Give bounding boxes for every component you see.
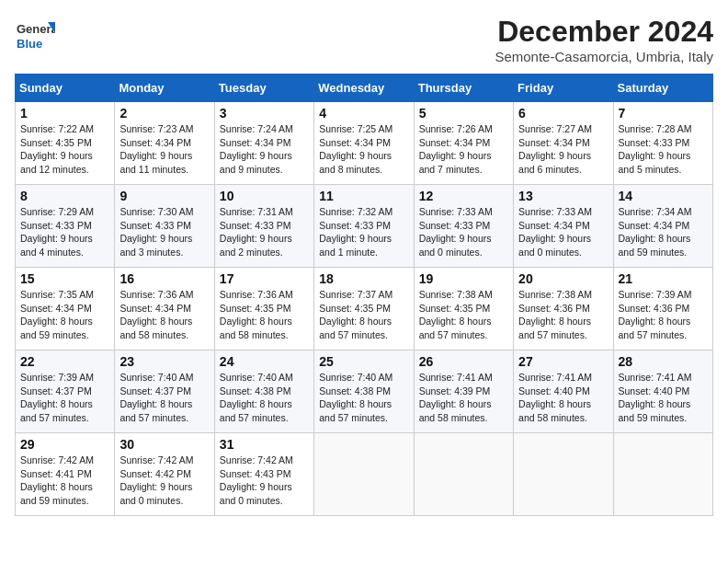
sunset-info: Sunset: 4:41 PM bbox=[20, 468, 92, 479]
sunrise-info: Sunrise: 7:38 AM bbox=[419, 289, 493, 300]
daylight-info: Daylight: 9 hours and 11 minutes. bbox=[119, 150, 192, 175]
sunrise-info: Sunrise: 7:38 AM bbox=[518, 289, 592, 300]
daylight-info: Daylight: 9 hours and 2 minutes. bbox=[220, 233, 292, 258]
daylight-info: Daylight: 8 hours and 58 minutes. bbox=[119, 316, 192, 340]
daylight-info: Daylight: 8 hours and 57 minutes. bbox=[419, 316, 492, 340]
day-number: 30 bbox=[119, 437, 209, 452]
sunrise-info: Sunrise: 7:36 AM bbox=[119, 289, 193, 300]
day-cell: 19 Sunrise: 7:38 AM Sunset: 4:35 PM Dayl… bbox=[414, 268, 513, 350]
col-header-sunday: Sunday bbox=[16, 75, 115, 102]
sunset-info: Sunset: 4:40 PM bbox=[619, 385, 690, 396]
day-number: 22 bbox=[20, 354, 109, 369]
sunrise-info: Sunrise: 7:42 AM bbox=[119, 454, 193, 465]
sunrise-info: Sunrise: 7:41 AM bbox=[619, 372, 692, 383]
week-row-4: 22 Sunrise: 7:39 AM Sunset: 4:37 PM Dayl… bbox=[16, 350, 713, 433]
day-number: 2 bbox=[119, 106, 209, 121]
title-area: December 2024 Semonte-Casamorcia, Umbria… bbox=[495, 15, 713, 64]
day-number: 9 bbox=[119, 189, 209, 203]
sunset-info: Sunset: 4:34 PM bbox=[319, 137, 391, 148]
sunset-info: Sunset: 4:35 PM bbox=[220, 303, 291, 314]
day-number: 20 bbox=[518, 271, 608, 286]
sunset-info: Sunset: 4:35 PM bbox=[419, 303, 491, 314]
sunset-info: Sunset: 4:40 PM bbox=[518, 385, 590, 396]
day-cell: 22 Sunrise: 7:39 AM Sunset: 4:37 PM Dayl… bbox=[16, 350, 115, 433]
sunrise-info: Sunrise: 7:25 AM bbox=[319, 123, 392, 134]
day-number: 23 bbox=[119, 354, 209, 369]
col-header-wednesday: Wednesday bbox=[314, 75, 414, 102]
day-cell: 3 Sunrise: 7:24 AM Sunset: 4:34 PM Dayli… bbox=[214, 102, 313, 185]
day-cell: 31 Sunrise: 7:42 AM Sunset: 4:43 PM Dayl… bbox=[214, 433, 313, 516]
day-cell: 6 Sunrise: 7:27 AM Sunset: 4:34 PM Dayli… bbox=[514, 102, 613, 185]
daylight-info: Daylight: 8 hours and 58 minutes. bbox=[220, 316, 292, 340]
sunset-info: Sunset: 4:36 PM bbox=[619, 303, 690, 314]
day-number: 10 bbox=[220, 189, 309, 203]
day-number: 8 bbox=[20, 189, 109, 203]
day-cell: 8 Sunrise: 7:29 AM Sunset: 4:33 PM Dayli… bbox=[16, 185, 115, 268]
day-number: 27 bbox=[518, 354, 608, 369]
sunset-info: Sunset: 4:34 PM bbox=[220, 137, 291, 148]
day-number: 11 bbox=[319, 189, 408, 203]
day-number: 13 bbox=[518, 189, 608, 203]
daylight-info: Daylight: 8 hours and 59 minutes. bbox=[20, 316, 93, 340]
month-title: December 2024 bbox=[495, 15, 713, 49]
daylight-info: Daylight: 9 hours and 0 minutes. bbox=[220, 481, 292, 506]
sunset-info: Sunset: 4:34 PM bbox=[419, 137, 491, 148]
day-cell: 7 Sunrise: 7:28 AM Sunset: 4:33 PM Dayli… bbox=[613, 102, 712, 185]
sunrise-info: Sunrise: 7:39 AM bbox=[619, 289, 692, 300]
sunset-info: Sunset: 4:35 PM bbox=[319, 303, 391, 314]
day-cell bbox=[314, 433, 414, 516]
col-header-saturday: Saturday bbox=[613, 75, 712, 102]
day-number: 25 bbox=[319, 354, 408, 369]
day-number: 24 bbox=[220, 354, 309, 369]
day-number: 16 bbox=[119, 271, 209, 286]
daylight-info: Daylight: 9 hours and 4 minutes. bbox=[20, 233, 93, 258]
sunset-info: Sunset: 4:37 PM bbox=[20, 385, 92, 396]
sunset-info: Sunset: 4:42 PM bbox=[119, 468, 191, 479]
sunrise-info: Sunrise: 7:41 AM bbox=[518, 372, 592, 383]
daylight-info: Daylight: 9 hours and 9 minutes. bbox=[220, 150, 292, 175]
day-number: 17 bbox=[220, 271, 309, 286]
week-row-3: 15 Sunrise: 7:35 AM Sunset: 4:34 PM Dayl… bbox=[16, 268, 713, 350]
day-cell: 30 Sunrise: 7:42 AM Sunset: 4:42 PM Dayl… bbox=[115, 433, 214, 516]
day-number: 14 bbox=[619, 189, 708, 203]
day-cell: 17 Sunrise: 7:36 AM Sunset: 4:35 PM Dayl… bbox=[214, 268, 313, 350]
day-cell: 11 Sunrise: 7:32 AM Sunset: 4:33 PM Dayl… bbox=[314, 185, 414, 268]
sunset-info: Sunset: 4:36 PM bbox=[518, 303, 590, 314]
daylight-info: Daylight: 9 hours and 6 minutes. bbox=[518, 150, 591, 175]
sunset-info: Sunset: 4:38 PM bbox=[220, 385, 291, 396]
sunrise-info: Sunrise: 7:34 AM bbox=[619, 206, 692, 217]
daylight-info: Daylight: 8 hours and 58 minutes. bbox=[518, 398, 591, 423]
daylight-info: Daylight: 8 hours and 57 minutes. bbox=[220, 398, 292, 423]
daylight-info: Daylight: 8 hours and 57 minutes. bbox=[319, 316, 392, 340]
day-cell: 10 Sunrise: 7:31 AM Sunset: 4:33 PM Dayl… bbox=[214, 185, 313, 268]
sunrise-info: Sunrise: 7:27 AM bbox=[518, 123, 592, 134]
sunrise-info: Sunrise: 7:40 AM bbox=[119, 372, 193, 383]
sunrise-info: Sunrise: 7:32 AM bbox=[319, 206, 392, 217]
day-cell: 12 Sunrise: 7:33 AM Sunset: 4:33 PM Dayl… bbox=[414, 185, 513, 268]
daylight-info: Daylight: 8 hours and 57 minutes. bbox=[518, 316, 591, 340]
daylight-info: Daylight: 9 hours and 5 minutes. bbox=[619, 150, 691, 175]
location-subtitle: Semonte-Casamorcia, Umbria, Italy bbox=[495, 49, 713, 64]
sunset-info: Sunset: 4:33 PM bbox=[419, 220, 491, 231]
daylight-info: Daylight: 9 hours and 0 minutes. bbox=[119, 481, 192, 506]
logo: General Blue bbox=[15, 15, 59, 55]
day-cell: 1 Sunrise: 7:22 AM Sunset: 4:35 PM Dayli… bbox=[16, 102, 115, 185]
week-row-1: 1 Sunrise: 7:22 AM Sunset: 4:35 PM Dayli… bbox=[16, 102, 713, 185]
day-cell: 28 Sunrise: 7:41 AM Sunset: 4:40 PM Dayl… bbox=[613, 350, 712, 433]
sunrise-info: Sunrise: 7:31 AM bbox=[220, 206, 293, 217]
day-cell bbox=[414, 433, 513, 516]
sunrise-info: Sunrise: 7:42 AM bbox=[20, 454, 94, 465]
day-number: 18 bbox=[319, 271, 408, 286]
day-number: 1 bbox=[20, 106, 109, 121]
sunrise-info: Sunrise: 7:26 AM bbox=[419, 123, 493, 134]
day-number: 7 bbox=[619, 106, 708, 121]
sunrise-info: Sunrise: 7:35 AM bbox=[20, 289, 94, 300]
sunrise-info: Sunrise: 7:30 AM bbox=[119, 206, 193, 217]
daylight-info: Daylight: 8 hours and 57 minutes. bbox=[20, 398, 93, 423]
day-cell: 24 Sunrise: 7:40 AM Sunset: 4:38 PM Dayl… bbox=[214, 350, 313, 433]
day-cell: 18 Sunrise: 7:37 AM Sunset: 4:35 PM Dayl… bbox=[314, 268, 414, 350]
sunrise-info: Sunrise: 7:40 AM bbox=[220, 372, 293, 383]
sunrise-info: Sunrise: 7:22 AM bbox=[20, 123, 94, 134]
sunset-info: Sunset: 4:33 PM bbox=[220, 220, 291, 231]
day-number: 15 bbox=[20, 271, 109, 286]
